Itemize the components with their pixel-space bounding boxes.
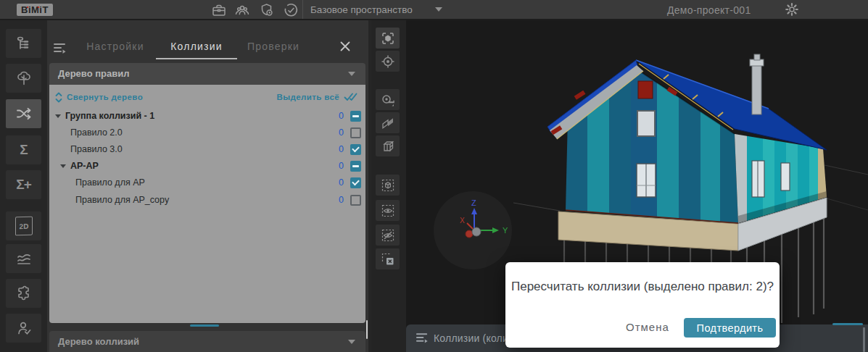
top-bar: BiMiT Базовое пространство Демо-проект-0	[0, 0, 868, 20]
sidebar-item-collisions[interactable]	[6, 99, 41, 128]
section-plane-icon	[381, 116, 395, 130]
chevron-down-icon[interactable]	[54, 112, 62, 120]
sidebar-item-charts[interactable]	[6, 244, 41, 273]
sidebar-item-account[interactable]	[6, 314, 41, 343]
nature-tree-icon	[15, 70, 33, 87]
sidebar-item-summary[interactable]: Σ	[6, 135, 41, 164]
collapse-tree-label[interactable]: Свернуть дерево	[67, 93, 143, 101]
confirm-button[interactable]: Подтвердить	[684, 318, 776, 338]
sidebar-item-summary-add[interactable]: Σ+	[6, 170, 41, 199]
check-circle-icon[interactable]	[283, 2, 299, 18]
collision-count: 0	[339, 195, 344, 205]
collapse-panel-icon[interactable]	[53, 42, 67, 54]
viewport-toolbar	[371, 20, 406, 352]
collisions-panel: Настройки Коллизии Проверки Дерево прави…	[47, 20, 368, 352]
bottom-panel-scrollbar[interactable]	[863, 327, 865, 352]
rule-checkbox[interactable]	[350, 144, 361, 155]
topbar-divider	[302, 0, 303, 19]
rule-checkbox[interactable]	[350, 127, 361, 138]
structure-tree-icon	[15, 35, 33, 52]
rule-label: Правило 3.0	[70, 144, 123, 154]
open-box-icon	[381, 139, 395, 154]
measure-button[interactable]	[376, 89, 400, 110]
close-icon[interactable]	[339, 41, 351, 52]
hide-selection-button[interactable]	[376, 225, 400, 246]
puzzle-icon	[15, 285, 33, 302]
isolate-selection-button[interactable]	[376, 175, 400, 196]
rules-tree: Свернуть дерево Выделить всё Группа колл…	[49, 85, 365, 323]
collision-count: 0	[339, 127, 344, 138]
rule-label: Правило для АР_copy	[75, 195, 169, 205]
rule-checkbox[interactable]	[350, 195, 361, 206]
svg-text:Y: Y	[503, 226, 508, 235]
sidebar-item-environment[interactable]	[6, 64, 41, 93]
sidebar-item-2d-view[interactable]: 2D	[6, 211, 41, 240]
rule-checkbox[interactable]	[350, 161, 361, 172]
tree-row[interactable]: АР-АР 0	[49, 158, 365, 174]
shuffle-icon	[15, 105, 33, 122]
tab-settings[interactable]: Настройки	[83, 35, 147, 59]
sidebar-item-model-structure[interactable]	[6, 29, 41, 58]
panel-scrollbar[interactable]	[366, 320, 368, 339]
team-icon[interactable]	[234, 2, 250, 18]
dialog-message: Пересчитать коллизии (выделено правил: 2…	[505, 280, 780, 294]
chimney	[752, 64, 761, 114]
collapse-tree-icon[interactable]	[54, 92, 63, 103]
gear-icon[interactable]	[784, 1, 800, 17]
chevron-down-icon[interactable]	[435, 7, 442, 12]
cube-selection-icon	[381, 178, 395, 193]
chevron-down-icon	[348, 72, 355, 76]
tab-collisions[interactable]: Коллизии	[156, 35, 237, 59]
bottom-panel-resize-handle[interactable]	[832, 323, 863, 325]
svg-text:X: X	[460, 217, 465, 225]
sidebar-item-plugins[interactable]	[6, 279, 41, 308]
collisions-tree-title: Дерево коллизий	[58, 336, 139, 347]
show-selection-button[interactable]	[376, 200, 400, 221]
cancel-button[interactable]: Отмена	[621, 320, 674, 334]
orbit-target-button[interactable]	[376, 51, 400, 72]
collisions-tree-header[interactable]: Дерево коллизий	[49, 331, 365, 352]
shield-icon[interactable]	[259, 2, 275, 18]
chevron-down-icon[interactable]	[59, 162, 67, 170]
user-check-icon	[15, 319, 33, 337]
panel-resize-handle[interactable]	[190, 324, 219, 327]
section-plane-button[interactable]	[376, 112, 400, 133]
select-all-label[interactable]: Выделить всё	[277, 93, 339, 101]
measuring-tape-icon	[381, 93, 395, 107]
recalculate-collisions-dialog: Пересчитать коллизии (выделено правил: 2…	[505, 262, 780, 348]
project-name: Демо-проект-001	[667, 4, 751, 16]
rule-label: Правило 2.0	[70, 127, 123, 138]
tab-checks[interactable]: Проверки	[243, 35, 304, 59]
collision-count: 0	[339, 161, 344, 171]
app-logo-text: BiMiT	[21, 4, 49, 15]
chevron-down-icon	[348, 340, 355, 344]
rules-tree-title: Дерево правил	[58, 68, 129, 79]
left-toolbar: Σ Σ+ 2D	[0, 20, 47, 352]
rule-checkbox[interactable]	[350, 177, 361, 188]
section-box-button[interactable]	[376, 135, 400, 156]
rule-label: АР-АР	[70, 161, 99, 171]
waves-icon	[15, 250, 33, 267]
collapse-panel-icon[interactable]	[416, 332, 429, 344]
clear-selection-button[interactable]	[376, 248, 400, 269]
double-check-icon[interactable]	[344, 92, 360, 102]
tree-row[interactable]: Правило для АР_copy 0	[49, 192, 365, 208]
tree-row[interactable]: Правило для АР 0	[49, 175, 365, 190]
2d-sheet-icon: 2D	[15, 217, 33, 236]
workspace-selector[interactable]: Базовое пространство	[310, 4, 413, 15]
rules-tree-header[interactable]: Дерево правил	[49, 63, 365, 85]
fit-view-button[interactable]	[376, 28, 400, 49]
tree-row[interactable]: Группа коллизий - 1 0	[49, 108, 365, 124]
collision-count: 0	[339, 177, 344, 188]
clear-selection-icon	[381, 252, 395, 267]
tree-row[interactable]: Правило 2.0 0	[49, 125, 365, 141]
eye-slash-icon	[381, 228, 395, 243]
gable-door	[638, 112, 654, 135]
target-icon	[381, 54, 395, 69]
eye-icon	[381, 204, 395, 218]
tree-row[interactable]: Правило 3.0 0	[49, 141, 365, 157]
svg-text:Z: Z	[471, 198, 476, 207]
briefcase-icon[interactable]	[211, 2, 227, 18]
logo-dot	[38, 7, 39, 8]
rule-checkbox[interactable]	[350, 111, 361, 122]
